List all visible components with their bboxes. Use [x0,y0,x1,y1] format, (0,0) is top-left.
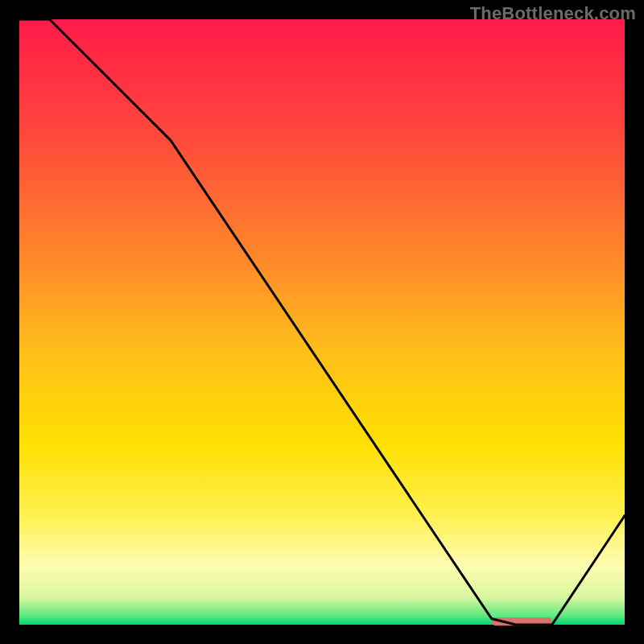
chart-gradient-background [19,19,625,625]
watermark-label: TheBottleneck.com [470,3,636,24]
chart-frame [625,0,644,644]
bottleneck-chart [0,0,644,644]
chart-frame [0,0,19,644]
chart-container: TheBottleneck.com [0,0,644,644]
chart-frame [0,625,644,644]
